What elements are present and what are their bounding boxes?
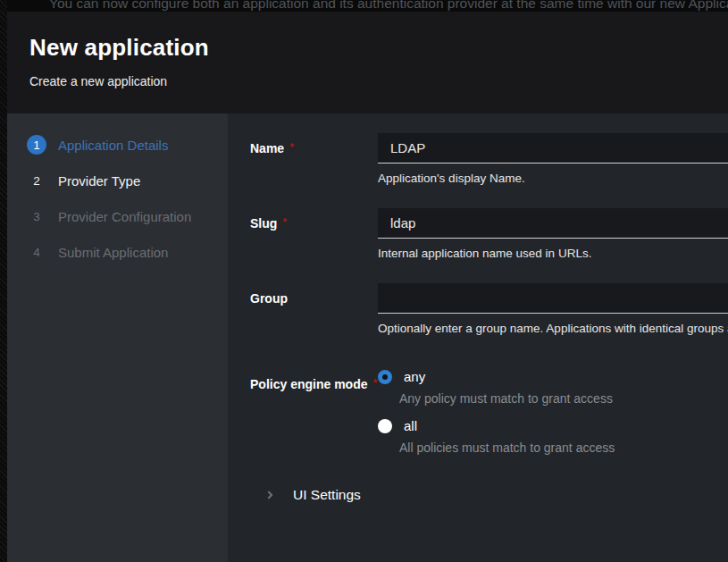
backdrop-strip bbox=[0, 0, 7, 562]
policy-engine-mode-label-col: Policy engine mode* bbox=[250, 369, 378, 455]
group-input[interactable] bbox=[378, 283, 728, 314]
slug-control-col: Internal application name used in URLs. bbox=[378, 208, 728, 260]
group-label: Group bbox=[250, 291, 288, 306]
radio-option-all: all bbox=[378, 418, 728, 433]
radio-option-any: any bbox=[378, 369, 728, 384]
radio-any-label[interactable]: any bbox=[404, 369, 425, 384]
name-control-col: Application's display Name. bbox=[378, 133, 728, 185]
step-number-badge: 1 bbox=[27, 135, 46, 155]
required-asterisk: * bbox=[372, 376, 377, 390]
modal-header: New application Create a new application bbox=[7, 12, 728, 113]
policy-engine-mode-options: any Any policy must match to grant acces… bbox=[378, 369, 728, 455]
new-application-modal: New application Create a new application… bbox=[7, 12, 728, 562]
name-label: Name bbox=[250, 141, 284, 155]
form-field-policy-engine-mode: Policy engine mode* any Any policy must … bbox=[250, 369, 728, 455]
group-label-col: Group bbox=[250, 283, 378, 335]
policy-engine-mode-label: Policy engine mode bbox=[250, 377, 367, 391]
form-field-name: Name* Application's display Name. bbox=[250, 133, 728, 185]
step-label: Submit Application bbox=[58, 245, 168, 260]
slug-label: Slug bbox=[250, 216, 277, 231]
wizard-step-provider-configuration[interactable]: 3 Provider Configuration bbox=[7, 198, 228, 234]
modal-title: New application bbox=[29, 34, 706, 62]
step-number-badge: 3 bbox=[27, 206, 46, 226]
ui-settings-expander[interactable]: UI Settings bbox=[250, 487, 728, 503]
wizard-step-nav: 1 Application Details 2 Provider Type 3 … bbox=[7, 113, 228, 562]
name-input[interactable] bbox=[378, 133, 728, 164]
radio-any[interactable] bbox=[378, 370, 392, 384]
chevron-right-icon bbox=[265, 489, 275, 501]
group-control-col: Optionally enter a group name. Applicati… bbox=[378, 283, 728, 335]
step-label: Application Details bbox=[58, 138, 168, 153]
ui-settings-label: UI Settings bbox=[293, 487, 361, 503]
slug-help-text: Internal application name used in URLs. bbox=[378, 247, 728, 260]
form-field-group: Group Optionally enter a group name. App… bbox=[250, 283, 728, 335]
group-help-text: Optionally enter a group name. Applicati… bbox=[378, 322, 728, 335]
slug-label-col: Slug* bbox=[250, 208, 378, 260]
slug-input[interactable] bbox=[378, 208, 728, 239]
radio-any-description: Any policy must match to grant access bbox=[399, 391, 728, 406]
required-asterisk: * bbox=[289, 140, 294, 154]
required-asterisk: * bbox=[282, 215, 287, 229]
name-label-col: Name* bbox=[250, 133, 378, 185]
wizard-body: 1 Application Details 2 Provider Type 3 … bbox=[7, 113, 728, 562]
form-field-slug: Slug* Internal application name used in … bbox=[250, 208, 728, 260]
wizard-step-provider-type[interactable]: 2 Provider Type bbox=[7, 163, 228, 198]
step-label: Provider Configuration bbox=[58, 209, 191, 224]
step-label: Provider Type bbox=[58, 173, 140, 189]
application-details-form: Name* Application's display Name. Slug* … bbox=[228, 113, 728, 562]
wizard-step-application-details[interactable]: 1 Application Details bbox=[7, 127, 228, 163]
name-help-text: Application's display Name. bbox=[378, 172, 728, 185]
step-number-badge: 4 bbox=[27, 242, 46, 262]
modal-subtitle: Create a new application bbox=[29, 74, 706, 88]
banner-announcement: You can now configure both an applicatio… bbox=[49, 0, 728, 12]
step-number-badge: 2 bbox=[27, 171, 46, 190]
radio-all[interactable] bbox=[378, 419, 392, 433]
radio-all-label[interactable]: all bbox=[404, 418, 417, 433]
wizard-step-submit-application[interactable]: 4 Submit Application bbox=[7, 234, 228, 270]
radio-all-description: All policies must match to grant access bbox=[399, 440, 728, 455]
